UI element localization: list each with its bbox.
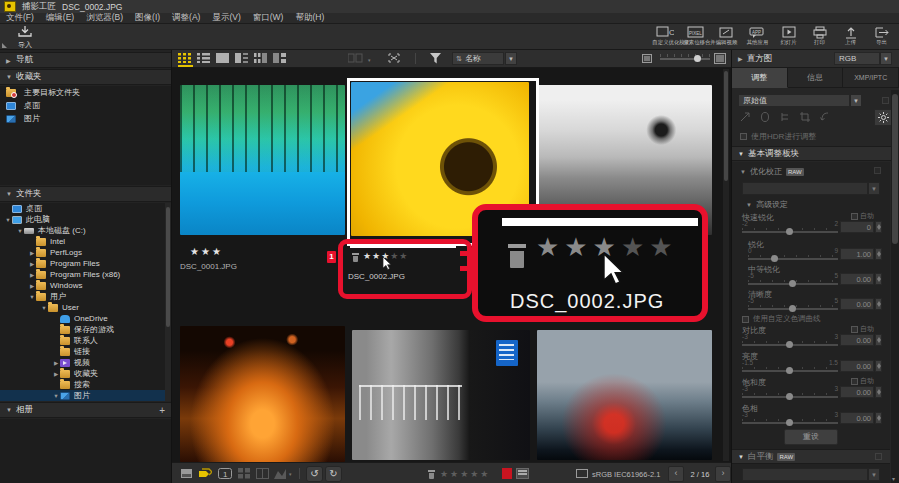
favorite-item-pictures[interactable]: 图片 (0, 112, 171, 125)
slider-knob[interactable] (786, 393, 793, 400)
slider-track[interactable] (742, 231, 838, 233)
menu-edit[interactable]: 编辑(E) (46, 12, 74, 24)
slider-track[interactable] (742, 422, 838, 424)
custom-tone-curve-row[interactable]: 使用自定义色调曲线 (742, 314, 821, 324)
view-split-button[interactable] (235, 53, 250, 65)
tree-item-intel[interactable]: Intel (0, 236, 171, 247)
slider-track[interactable] (748, 283, 838, 285)
thumb1-rating-stars[interactable]: ★★★ (190, 246, 223, 257)
value-spinner[interactable] (875, 273, 882, 285)
sort-dropdown-arrow[interactable]: ▼ (505, 52, 517, 65)
statusbar-label-badge[interactable] (502, 468, 512, 479)
slider-track[interactable] (748, 308, 838, 310)
sort-dropdown[interactable]: ⇅ 名称 (452, 52, 504, 65)
section-navigation[interactable]: ▶ 导航 (0, 52, 171, 68)
filter-button[interactable] (430, 53, 445, 65)
rating-filter-icon[interactable]: 1 (218, 468, 231, 479)
reset-button[interactable]: 重设 (784, 429, 838, 445)
preset-dropdown[interactable]: 原始值 (738, 94, 850, 107)
preset-dropdown-arrow[interactable]: ▼ (850, 94, 862, 107)
slider-track[interactable] (748, 258, 838, 260)
tree-scrollbar[interactable] (165, 203, 171, 401)
auto-checkbox-row[interactable]: 自动 (851, 376, 874, 386)
tree-item-favorites[interactable]: ▶收藏夹 (0, 368, 171, 379)
tree-item-links[interactable]: 链接 (0, 346, 171, 357)
right-panel-scrollbar[interactable]: ▾ (891, 90, 899, 483)
slider-value[interactable]: 0.00 (840, 298, 874, 310)
tree-item-searches[interactable]: 搜索 (0, 379, 171, 390)
slider-knob[interactable] (786, 419, 793, 426)
tree-item-contacts[interactable]: 联系人 (0, 335, 171, 346)
previous-image-button[interactable]: ‹ (668, 466, 684, 482)
tone-curve-checkbox[interactable] (742, 316, 749, 323)
channel-select[interactable]: RGB (834, 52, 880, 65)
view-grid-button[interactable] (178, 53, 193, 67)
slider-value[interactable]: 0.00 (840, 360, 874, 372)
white-balance-header[interactable]: ▼ 白平衡 RAW (732, 449, 890, 464)
export-button[interactable]: 导出 (868, 25, 895, 49)
basic-adjustments-header[interactable]: ▼ 基本调整板块 (732, 146, 899, 161)
thumbnail-image-crosswalk[interactable] (352, 330, 530, 460)
preset-checkbox[interactable] (882, 97, 889, 104)
hdr-checkbox[interactable] (740, 133, 747, 140)
slider-knob[interactable] (786, 228, 793, 235)
slider-knob[interactable] (786, 341, 793, 348)
white-balance-dropdown[interactable] (742, 468, 868, 481)
thumb1-filename[interactable]: DSC_0001.JPG (180, 262, 237, 271)
undo-button[interactable]: ↺ (306, 466, 323, 482)
slideshow-button[interactable]: 幻灯片 (775, 25, 802, 49)
menu-adjust[interactable]: 调整(A) (172, 12, 200, 24)
picture-control-checkbox[interactable] (874, 167, 881, 174)
tree-item-program-files[interactable]: ▶Program Files (0, 258, 171, 269)
zoom-in-thumb-icon[interactable] (714, 53, 726, 64)
label-picker-icon[interactable] (516, 468, 529, 479)
view-list-button[interactable] (197, 53, 212, 65)
print-button[interactable]: 打印 (806, 25, 833, 49)
slider-value[interactable]: 0.00 (840, 386, 874, 398)
tree-item-user[interactable]: ▼User (0, 302, 171, 313)
favorite-item-main-target[interactable]: 主要目标文件夹 (0, 86, 171, 99)
value-spinner[interactable] (875, 412, 882, 424)
tab-adjustments[interactable]: 调整 (732, 68, 788, 88)
slider-track[interactable] (742, 370, 838, 372)
histogram-toggle-icon[interactable] (274, 468, 287, 479)
slider-knob[interactable] (786, 367, 793, 374)
statusbar-trash-icon[interactable] (428, 470, 435, 479)
favorite-item-desktop[interactable]: 桌面 (0, 99, 171, 112)
tab-xmp-iptc[interactable]: XMP/IPTC (843, 68, 899, 88)
trash-icon[interactable] (352, 253, 359, 262)
slider-value[interactable]: 0.00 (840, 334, 874, 346)
tree-item-videos[interactable]: ▶视频 (0, 357, 171, 368)
white-balance-dropdown-arrow[interactable]: ▼ (868, 468, 880, 481)
view-grid-image-button[interactable] (254, 53, 269, 65)
histogram-caret-icon[interactable]: ▾ (289, 471, 292, 477)
value-spinner[interactable] (875, 386, 882, 398)
tree-item-windows[interactable]: ▶Windows (0, 280, 171, 291)
picture-control-header[interactable]: ▼ 优化校正 RAW (740, 166, 804, 177)
auto-checkbox-row[interactable]: 自动 (851, 324, 874, 334)
label-filter-icon[interactable] (198, 468, 211, 479)
value-spinner[interactable] (875, 248, 882, 260)
zoom-slider-knob[interactable] (694, 55, 701, 62)
pixel-shift-button[interactable]: PIXEL 像素位移合并 (682, 25, 709, 49)
slider-value[interactable]: 0.00 (840, 273, 874, 285)
compare-caret-icon[interactable]: ▾ (368, 57, 371, 63)
hdr-adjust-checkbox-row[interactable]: 使用HDR进行调整 (740, 131, 816, 142)
next-image-button[interactable]: › (715, 466, 731, 482)
thumbnail-info-toggle-icon[interactable] (180, 468, 193, 479)
menu-file[interactable]: 文件(F) (6, 12, 34, 24)
tree-item-pictures-selected[interactable]: ▼图片 (0, 390, 171, 401)
crop-tool-icon[interactable] (800, 112, 810, 122)
statusbar-rating-stars[interactable]: ★★★★★ (440, 469, 490, 479)
tree-item-this-pc[interactable]: ▼此电脑 (0, 214, 171, 225)
thumbnail-image-alley[interactable] (180, 326, 345, 462)
picture-control-button[interactable]: C 自定义优化校正 (651, 25, 678, 49)
slider-track[interactable] (742, 344, 838, 346)
split-toggle-icon[interactable] (256, 468, 269, 479)
value-spinner[interactable] (875, 221, 882, 233)
value-spinner[interactable] (875, 298, 882, 310)
fullscreen-button[interactable] (388, 53, 403, 65)
section-folders[interactable]: ▼ 文件夹 (0, 186, 171, 202)
advanced-settings-header[interactable]: ▼ 高级设定 (746, 199, 788, 210)
slider-knob[interactable] (789, 280, 796, 287)
